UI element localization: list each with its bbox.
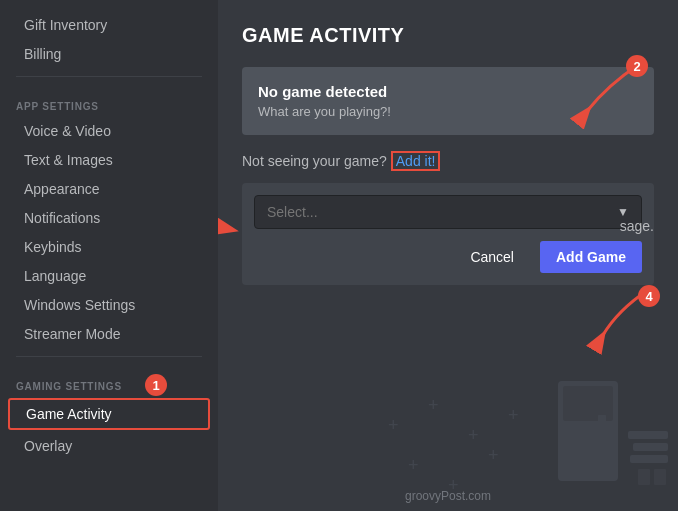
sidebar-item-label: Language bbox=[24, 268, 86, 284]
svg-text:+: + bbox=[508, 405, 519, 425]
sage-text: sage. bbox=[620, 218, 654, 234]
sidebar-item-label: Streamer Mode bbox=[24, 326, 120, 342]
sidebar-item-language[interactable]: Language bbox=[8, 262, 210, 290]
sidebar-item-label: Notifications bbox=[24, 210, 100, 226]
gaming-settings-section-label: GAMING SETTINGS bbox=[0, 365, 218, 396]
svg-text:+: + bbox=[428, 395, 439, 415]
sidebar-item-label: Overlay bbox=[24, 438, 72, 454]
arrow-badge-1: 1 bbox=[145, 374, 167, 396]
sidebar-item-label: Gift Inventory bbox=[24, 17, 107, 33]
sidebar-item-label: Text & Images bbox=[24, 152, 113, 168]
sidebar-item-overlay[interactable]: Overlay bbox=[8, 432, 210, 460]
sidebar-item-label: Keybinds bbox=[24, 239, 82, 255]
sidebar-divider-1 bbox=[16, 76, 202, 77]
sidebar-item-game-activity[interactable]: Game Activity bbox=[8, 398, 210, 430]
app-settings-section-label: APP SETTINGS bbox=[0, 85, 218, 116]
cancel-button[interactable]: Cancel bbox=[454, 241, 530, 273]
no-game-banner: No game detected What are you playing?! bbox=[242, 67, 654, 135]
sidebar-item-label: Game Activity bbox=[26, 406, 112, 422]
add-game-button[interactable]: Add Game bbox=[540, 241, 642, 273]
svg-text:+: + bbox=[388, 415, 399, 435]
game-select-dropdown[interactable]: ▼ bbox=[254, 195, 642, 229]
sidebar: Gift Inventory Billing APP SETTINGS Voic… bbox=[0, 0, 218, 511]
svg-rect-5 bbox=[598, 415, 606, 423]
svg-text:+: + bbox=[408, 455, 419, 475]
svg-rect-15 bbox=[630, 455, 668, 463]
svg-rect-3 bbox=[598, 425, 606, 433]
svg-rect-14 bbox=[633, 443, 668, 451]
arrow-badge-2: 2 bbox=[626, 55, 648, 77]
arrow-badge-4: 4 bbox=[638, 285, 660, 307]
sidebar-section-unlabeled: Gift Inventory Billing bbox=[0, 11, 218, 68]
sidebar-item-gift-inventory[interactable]: Gift Inventory bbox=[8, 11, 210, 39]
game-search-input[interactable] bbox=[255, 196, 605, 228]
sidebar-item-notifications[interactable]: Notifications bbox=[8, 204, 210, 232]
no-game-title: No game detected bbox=[258, 83, 638, 100]
sidebar-item-billing[interactable]: Billing bbox=[8, 40, 210, 68]
svg-rect-4 bbox=[588, 425, 596, 433]
sidebar-item-label: Billing bbox=[24, 46, 61, 62]
sidebar-item-appearance[interactable]: Appearance bbox=[8, 175, 210, 203]
svg-rect-16 bbox=[638, 469, 650, 485]
dropdown-actions: Cancel Add Game bbox=[254, 241, 642, 273]
sidebar-divider-2 bbox=[16, 356, 202, 357]
sidebar-item-streamer-mode[interactable]: Streamer Mode bbox=[8, 320, 210, 348]
main-content: GAME ACTIVITY No game detected What are … bbox=[218, 0, 678, 511]
svg-rect-17 bbox=[654, 469, 666, 485]
svg-text:+: + bbox=[468, 425, 479, 445]
background-illustration: + + + + + + + bbox=[378, 351, 678, 511]
page-title: GAME ACTIVITY bbox=[242, 24, 654, 47]
sidebar-item-windows-settings[interactable]: Windows Settings bbox=[8, 291, 210, 319]
sidebar-item-label: Windows Settings bbox=[24, 297, 135, 313]
sidebar-item-label: Voice & Video bbox=[24, 123, 111, 139]
not-seeing-text: Not seeing your game? bbox=[242, 153, 387, 169]
sidebar-item-voice-video[interactable]: Voice & Video bbox=[8, 117, 210, 145]
sidebar-item-label: Appearance bbox=[24, 181, 100, 197]
add-game-container: ▼ Cancel Add Game bbox=[242, 183, 654, 285]
svg-rect-2 bbox=[570, 423, 582, 435]
sidebar-item-text-images[interactable]: Text & Images bbox=[8, 146, 210, 174]
no-game-subtitle: What are you playing?! bbox=[258, 104, 638, 119]
svg-text:+: + bbox=[448, 475, 459, 495]
sidebar-section-app-settings: APP SETTINGS Voice & Video Text & Images… bbox=[0, 85, 218, 348]
not-seeing-row: Not seeing your game? Add it! bbox=[242, 151, 654, 171]
svg-text:+: + bbox=[488, 445, 499, 465]
svg-rect-13 bbox=[628, 431, 668, 439]
sidebar-item-keybinds[interactable]: Keybinds bbox=[8, 233, 210, 261]
add-it-link[interactable]: Add it! bbox=[391, 151, 441, 171]
sidebar-section-gaming-settings: GAMING SETTINGS Game Activity Overlay bbox=[0, 365, 218, 460]
